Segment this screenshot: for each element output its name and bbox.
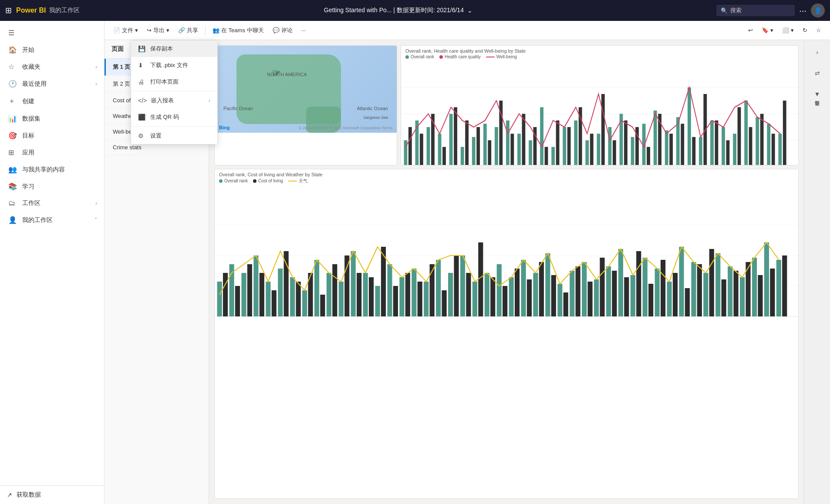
top-chart-title: Overall rank, Health care quality and We… (401, 46, 798, 54)
settings-label: 设置 (150, 132, 162, 140)
bottom-chart-legend: Overall rank Cost of living 天气 (215, 178, 798, 186)
svg-rect-112 (436, 260, 441, 316)
svg-rect-164 (752, 258, 757, 316)
sidebar-item-workspace[interactable]: 🗂 工作区 › (0, 195, 104, 212)
svg-rect-86 (278, 269, 283, 316)
dropdown-item-download[interactable]: ⬇ 下载 .pbix 文件 (131, 57, 217, 74)
share-button[interactable]: 🔗 共享 (175, 25, 202, 36)
title-chevron-icon[interactable]: ⌄ (467, 7, 472, 14)
sidebar-item-goals[interactable]: 🎯 目标 (0, 127, 104, 144)
toolbar-more-button[interactable]: ··· (298, 25, 310, 35)
bottom-chart-visual[interactable]: Overall rank, Cost of living and Weather… (214, 169, 799, 499)
sidebar-item-create[interactable]: ＋ 创建 (0, 92, 104, 110)
chevron-right-icon: › (95, 64, 97, 70)
svg-rect-64 (744, 101, 748, 165)
favorite-button[interactable]: ☆ (813, 25, 825, 35)
svg-rect-11 (442, 147, 446, 165)
svg-rect-54 (688, 87, 691, 165)
report-title: Getting Started with Po... | 数据更新时间: 202… (324, 7, 464, 14)
dropdown-item-print[interactable]: 🖨 打印本页面 (131, 74, 217, 90)
svg-rect-51 (669, 134, 673, 165)
file-label: 文件 (122, 27, 133, 34)
getdata-icon: ↗ (7, 491, 12, 498)
sidebar-item-apps[interactable]: ⊞ 应用 (0, 144, 104, 161)
svg-rect-31 (556, 121, 560, 165)
dataset-icon: 📊 (8, 114, 17, 123)
svg-rect-40 (608, 127, 612, 165)
svg-rect-15 (465, 121, 469, 165)
sidebar-item-myworkspace[interactable]: 👤 我的工作区 ˅ (0, 212, 104, 228)
export-label: 导出 (153, 27, 165, 34)
bottom-legend-dot-weather (288, 181, 297, 181)
apps-grid-icon: ⊞ (8, 148, 17, 157)
filters-label[interactable]: 筛选器 (814, 106, 820, 113)
sidebar-item-home[interactable]: 🏠 开始 (0, 41, 104, 58)
second-toolbar: 📄 文件 ▾ ↪ 导出 ▾ 🔗 共享 👥 在 Teams 中聊天 💬 评论 (105, 21, 830, 40)
dropdown-item-save-copy[interactable]: 💾 保存副本 (131, 40, 217, 57)
refresh-button[interactable]: ↻ (799, 25, 811, 35)
dropdown-item-embed[interactable]: </> 嵌入报表 › (131, 92, 217, 109)
top-chart-visual[interactable]: Overall rank, Health care quality and We… (401, 45, 799, 165)
legend-label-overall: Overall rank (411, 54, 434, 59)
svg-rect-106 (399, 277, 404, 316)
learn-icon: 📚 (8, 182, 17, 191)
star-icon: ☆ (8, 63, 17, 71)
svg-rect-16 (472, 137, 476, 165)
svg-rect-70 (778, 134, 782, 165)
comment-button[interactable]: 💬 评论 (269, 25, 296, 36)
bottom-chart-svg (215, 186, 798, 329)
sidebar-label-datasets: 数据集 (22, 115, 40, 123)
sidebar-item-shared[interactable]: 👥 与我共享的内容 (0, 161, 104, 178)
sidebar-expand-collapse[interactable]: ☰ (0, 24, 104, 41)
svg-rect-154 (691, 262, 696, 316)
map-visual[interactable]: NORTH AMERICA Pacific Ocean Atlantic Oce… (214, 45, 397, 165)
svg-rect-140 (606, 266, 611, 316)
svg-rect-8 (427, 127, 430, 165)
content-area: 📄 文件 ▾ ↪ 导出 ▾ 🔗 共享 👥 在 Teams 中聊天 💬 评论 (105, 21, 830, 504)
sidebar-bottom-getdata[interactable]: ↗ 获取数据 (0, 485, 104, 504)
svg-rect-23 (510, 134, 514, 165)
sidebar-label-favorites: 收藏夹 (22, 63, 40, 71)
legend-overall-rank: Overall rank (405, 54, 434, 59)
sidebar-item-datasets[interactable]: 📊 数据集 (0, 110, 104, 127)
export-button[interactable]: ↪ 导出 ▾ (143, 25, 173, 36)
nav-more-icon[interactable]: ··· (799, 6, 806, 16)
page-1-label: 第 1 页 (113, 64, 130, 70)
svg-rect-83 (260, 273, 264, 316)
dropdown-item-qr[interactable]: ⬛ 生成 QR 码 (131, 109, 217, 125)
apps-icon[interactable]: ⊞ (5, 6, 12, 15)
svg-rect-129 (539, 262, 544, 316)
svg-rect-14 (461, 147, 464, 165)
save-copy-icon: 💾 (138, 45, 146, 52)
svg-rect-88 (290, 277, 295, 316)
sidebar-item-learn[interactable]: 📚 学习 (0, 178, 104, 195)
toolbar-right: ↩ 🔖 ▾ ⬜ ▾ ↻ ☆ (745, 25, 825, 35)
svg-rect-114 (448, 273, 453, 316)
sidebar-nav: ☰ 🏠 开始 ☆ 收藏夹 › 🕐 最近使用 › ＋ (0, 21, 104, 485)
sidebar-item-recent[interactable]: 🕐 最近使用 › (0, 75, 104, 92)
teams-button[interactable]: 👥 在 Teams 中聊天 (209, 25, 267, 36)
sidebar-item-favorites[interactable]: ☆ 收藏夹 › (0, 58, 104, 75)
svg-rect-143 (624, 277, 629, 316)
svg-rect-10 (438, 134, 442, 165)
file-button[interactable]: 📄 文件 ▾ (110, 25, 142, 36)
avatar[interactable]: 👤 (811, 3, 825, 17)
svg-rect-131 (551, 275, 556, 316)
bookmark-button[interactable]: 🔖 ▾ (758, 25, 777, 35)
search-box[interactable]: 🔍 搜索 (716, 5, 795, 16)
right-panel-collapse-btn[interactable]: › (809, 44, 826, 61)
dropdown-item-settings[interactable]: ⚙ 设置 (131, 128, 217, 144)
view-button[interactable]: ⬜ ▾ (779, 25, 797, 35)
undo-button[interactable]: ↩ (745, 25, 756, 35)
svg-rect-102 (375, 286, 380, 316)
map-sargasso-label: Sargasso Sea (363, 115, 388, 120)
svg-rect-68 (767, 124, 770, 165)
svg-rect-100 (363, 273, 368, 316)
svg-rect-110 (424, 282, 428, 316)
bottom-legend-label-weather: 天气 (299, 178, 307, 184)
legend-dot-wellbeing (486, 57, 495, 57)
right-panel-drill-btn[interactable]: ▼ (809, 85, 826, 103)
svg-rect-165 (758, 275, 763, 316)
svg-rect-13 (454, 107, 457, 165)
right-panel-sync-btn[interactable]: ⇄ (809, 64, 826, 82)
